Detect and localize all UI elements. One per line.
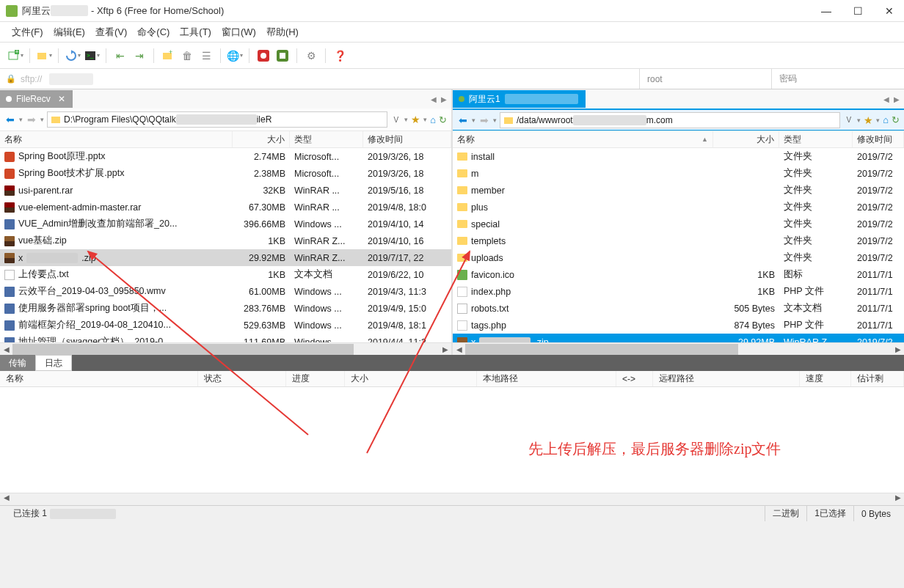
globe-button[interactable]: 🌐▾ — [227, 48, 243, 64]
transfer-right-button[interactable]: ⇥ — [131, 48, 147, 64]
menu-tools[interactable]: 工具(T) — [180, 26, 211, 39]
file-row[interactable]: 前端框架介绍_2019-04-08_120410...529.63MBWindo… — [0, 317, 451, 334]
nav-forward-dd[interactable]: ▾ — [40, 116, 44, 123]
bookmark-icon[interactable]: ★ — [864, 114, 873, 126]
transfer-column-headers[interactable]: 名称 状态 进度 大小 本地路径 <-> 远程路径 速度 估计剩 — [0, 371, 904, 387]
nav-forward-icon[interactable]: ➡ — [478, 114, 490, 126]
new-folder-button[interactable]: + — [160, 48, 176, 64]
host-input-blurred[interactable] — [49, 73, 93, 85]
local-column-headers[interactable]: 名称 大小 类型 修改时间 — [0, 131, 451, 148]
address-bar: 🔒 sftp:// root 密码 — [0, 69, 904, 89]
minimize-button[interactable]: — — [817, 4, 836, 18]
file-row[interactable]: x.zip29.92MBWinRAR Z...2019/7/2 — [453, 334, 904, 342]
file-row[interactable]: Spring Boot技术扩展.pptx2.38MBMicrosoft...20… — [0, 165, 451, 182]
tab-transfer[interactable]: 传输 — [0, 355, 35, 371]
maximize-button[interactable]: ☐ — [849, 4, 867, 18]
terminal-button[interactable]: >_▾ — [84, 48, 100, 64]
ico-icon — [457, 270, 467, 280]
menu-command[interactable]: 命令(C) — [137, 26, 170, 39]
svg-rect-14 — [504, 117, 513, 124]
blurred-text — [51, 5, 88, 16]
remote-h-scrollbar[interactable]: ◀▶ — [453, 342, 904, 355]
help-button[interactable]: ❓ — [332, 48, 348, 64]
file-row[interactable]: special文件夹2019/7/2 — [453, 216, 904, 232]
file-row[interactable]: m文件夹2019/7/2 — [453, 165, 904, 182]
nav-back-icon[interactable]: ⬅ — [457, 114, 469, 126]
local-tab[interactable]: FileRecv ✕ — [0, 90, 73, 108]
file-row[interactable]: x.zip29.92MBWinRAR Z...2019/7/17, 22 — [0, 249, 451, 266]
file-row[interactable]: VUE_Admin增删改查加前端部署_20...396.66MBWindows … — [0, 216, 451, 232]
status-bytes: 0 Bytes — [853, 506, 898, 521]
nav-back-icon[interactable]: ⬅ — [4, 114, 16, 125]
settings-button[interactable]: ⚙ — [303, 48, 319, 64]
pptx-icon — [4, 152, 15, 162]
red-app-icon[interactable] — [255, 48, 271, 64]
wmv-icon — [4, 287, 15, 297]
menu-file[interactable]: 文件(F) — [12, 26, 43, 39]
file-row[interactable]: plus文件夹2019/7/2 — [453, 199, 904, 216]
local-tab-bar: FileRecv ✕ ◀▶ — [0, 89, 451, 109]
file-row[interactable]: 使用服务器部署spring boot项目，...283.76MBWindows … — [0, 300, 451, 317]
tab-prev-icon[interactable]: ◀ — [883, 95, 889, 103]
username-input[interactable]: root — [640, 69, 772, 89]
file-row[interactable]: 云效平台_2019-04-03_095850.wmv61.00MBWindows… — [0, 283, 451, 300]
remote-column-headers[interactable]: 名称▲ 大小 类型 修改时间 — [453, 131, 904, 148]
file-row[interactable]: member文件夹2019/7/2 — [453, 182, 904, 199]
close-button[interactable]: ✕ — [881, 4, 898, 18]
file-row[interactable]: usi-parent.rar32KBWinRAR ...2019/5/16, 1… — [0, 182, 451, 199]
file-row[interactable]: robots.txt505 Bytes文本文档2011/7/1 — [453, 300, 904, 317]
file-row[interactable]: vue基础.zip1KBWinRAR Z...2019/4/10, 16 — [0, 232, 451, 249]
zip-icon — [4, 253, 15, 263]
sync-button[interactable]: ▾ — [65, 48, 81, 64]
file-row[interactable]: install文件夹2019/7/2 — [453, 148, 904, 165]
properties-button[interactable]: ☰ — [198, 48, 214, 64]
file-row[interactable]: vue-element-admin-master.rar67.30MBWinRA… — [0, 199, 451, 216]
remote-tab[interactable]: 阿里云1 — [453, 90, 586, 108]
bottom-h-scrollbar[interactable]: ◀▶ — [0, 493, 904, 505]
local-path-input[interactable]: D:\Program Files\QQ\QQtalkileR — [47, 111, 387, 128]
file-row[interactable]: favicon.ico1KB图标2011/7/1 — [453, 266, 904, 283]
close-tab-icon[interactable]: ✕ — [58, 94, 65, 104]
menu-edit[interactable]: 编辑(E) — [54, 26, 85, 39]
open-button[interactable]: ▾ — [36, 48, 52, 64]
tab-log[interactable]: 日志 — [35, 355, 72, 371]
local-file-list[interactable]: Spring Boot原理.pptx2.74MBMicrosoft...2019… — [0, 148, 451, 342]
file-row[interactable]: uploads文件夹2019/7/2 — [453, 249, 904, 266]
refresh-icon[interactable]: ↻ — [439, 114, 447, 125]
local-h-scrollbar[interactable]: ◀▶ — [0, 342, 451, 355]
file-row[interactable]: 上传要点.txt1KB文本文档2019/6/22, 10 — [0, 266, 451, 283]
file-row[interactable]: 地址管理（swagger文档）_2019-0...111.69MBWindows… — [0, 334, 451, 342]
home-icon[interactable]: ⌂ — [430, 114, 436, 125]
tab-next-icon[interactable]: ▶ — [441, 95, 447, 103]
password-input[interactable]: 密码 — [772, 69, 904, 89]
menu-window[interactable]: 窗口(W) — [222, 26, 256, 39]
refresh-icon[interactable]: ↻ — [892, 114, 900, 125]
file-row[interactable]: tags.php874 BytesPHP 文件2011/7/1 — [453, 317, 904, 334]
bottom-tab-bar: 传输 日志 — [0, 355, 904, 371]
new-session-button[interactable]: +▾ — [7, 48, 23, 64]
tab-prev-icon[interactable]: ◀ — [431, 95, 437, 103]
nav-forward-icon[interactable]: ➡ — [26, 114, 37, 125]
transfer-left-button[interactable]: ⇤ — [112, 48, 128, 64]
php-icon — [457, 320, 467, 331]
menu-view[interactable]: 查看(V) — [95, 26, 127, 39]
remote-file-list[interactable]: install文件夹2019/7/2m文件夹2019/7/2member文件夹2… — [453, 148, 904, 342]
col-name: 名称 — [0, 131, 233, 147]
bookmark-icon[interactable]: ★ — [411, 114, 420, 125]
file-row[interactable]: Spring Boot原理.pptx2.74MBMicrosoft...2019… — [0, 148, 451, 165]
path-dropdown-icon[interactable]: V — [390, 116, 401, 124]
file-row[interactable]: templets文件夹2019/7/2 — [453, 232, 904, 249]
delete-button[interactable]: 🗑 — [179, 48, 195, 64]
green-app-icon[interactable] — [274, 48, 291, 64]
nav-back-dd[interactable]: ▾ — [19, 116, 23, 123]
tab-next-icon[interactable]: ▶ — [894, 95, 900, 103]
home-icon[interactable]: ⌂ — [883, 114, 889, 125]
file-row[interactable]: index.php1KBPHP 文件2011/7/1 — [453, 283, 904, 300]
protocol-label[interactable]: sftp:// — [21, 74, 42, 84]
blurred-text — [505, 94, 578, 104]
wmv-icon — [4, 219, 15, 229]
remote-path-input[interactable]: /data/wwwrootm.com — [500, 112, 840, 128]
menu-help[interactable]: 帮助(H) — [266, 26, 299, 39]
path-dropdown-icon[interactable]: V — [843, 116, 854, 124]
col-type: 类型 — [779, 131, 853, 147]
